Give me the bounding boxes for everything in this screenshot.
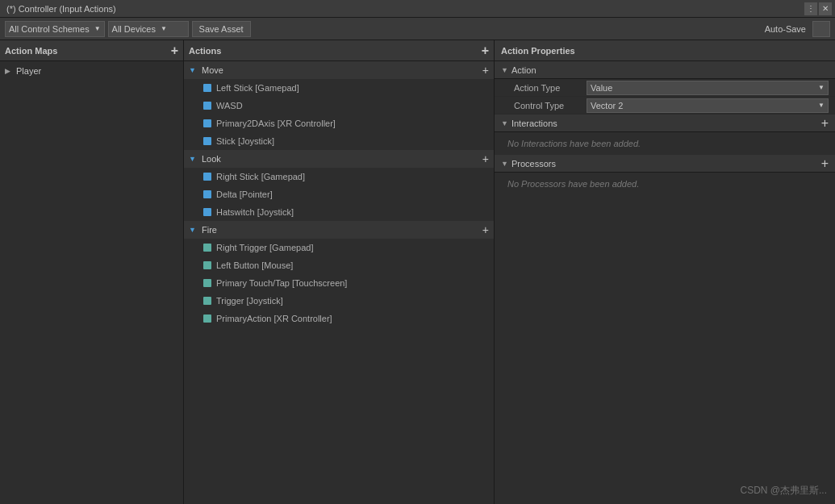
arrow-icon: ▶ xyxy=(5,67,15,75)
processors-section: ▼ Processors + No Processors have been a… xyxy=(495,155,835,195)
action-type-dropdown[interactable]: Value ▼ xyxy=(587,81,829,95)
action-section: ▼ Action Action Type Value ▼ Control Typ… xyxy=(495,61,835,115)
control-schemes-dropdown[interactable]: All Control Schemes ▼ xyxy=(5,21,105,37)
binding-icon xyxy=(203,137,211,145)
actions-panel: Actions + ▼ Move + Left Stick [Gamepad] … xyxy=(184,40,495,504)
action-fire[interactable]: ▼ Fire + xyxy=(184,221,494,239)
interactions-section-header[interactable]: ▼ Interactions + xyxy=(495,115,835,132)
add-processor-button[interactable]: + xyxy=(821,157,829,170)
add-binding-fire-button[interactable]: + xyxy=(482,223,489,236)
binding-primary2daxis[interactable]: Primary2DAxis [XR Controller] xyxy=(184,115,494,132)
add-binding-look-button[interactable]: + xyxy=(482,152,489,165)
binding-icon xyxy=(203,279,211,287)
binding-primary-touch-tap[interactable]: Primary Touch/Tap [Touchscreen] xyxy=(184,274,494,292)
processors-section-header[interactable]: ▼ Processors + xyxy=(495,155,835,173)
chevron-down-icon: ▼ xyxy=(94,25,101,32)
interactions-section: ▼ Interactions + No Interactions have be… xyxy=(495,115,835,155)
section-arrow-icon: ▼ xyxy=(501,119,508,127)
action-look[interactable]: ▼ Look + xyxy=(184,150,494,168)
binding-right-trigger[interactable]: Right Trigger [Gamepad] xyxy=(184,239,494,256)
binding-icon xyxy=(203,244,211,252)
binding-icon xyxy=(203,119,211,127)
add-binding-move-button[interactable]: + xyxy=(482,64,489,77)
binding-icon xyxy=(203,102,211,110)
interactions-empty-text: No Interactions have been added. xyxy=(495,132,835,155)
action-move[interactable]: ▼ Move + xyxy=(184,61,494,79)
triangle-icon: ▼ xyxy=(189,155,200,163)
add-action-map-button[interactable]: + xyxy=(171,44,178,57)
binding-primaryaction-xr[interactable]: PrimaryAction [XR Controller] xyxy=(184,310,494,327)
processors-empty-text: No Processors have been added. xyxy=(495,173,835,195)
binding-icon xyxy=(203,84,211,92)
more-options-button[interactable]: ⋮ xyxy=(804,2,817,15)
binding-left-button-mouse[interactable]: Left Button [Mouse] xyxy=(184,256,494,274)
chevron-down-icon: ▼ xyxy=(818,102,825,109)
section-arrow-icon: ▼ xyxy=(501,160,508,168)
title-bar-text: (*) Controller (Input Actions) xyxy=(6,4,116,14)
triangle-icon: ▼ xyxy=(189,226,200,234)
add-interaction-button[interactable]: + xyxy=(821,117,829,130)
auto-save-label: Auto-Save xyxy=(765,24,806,34)
triangle-icon: ▼ xyxy=(189,66,200,74)
toolbar: All Control Schemes ▼ All Devices ▼ Save… xyxy=(0,18,835,40)
title-bar-controls: ⋮ ✕ xyxy=(804,2,832,15)
binding-delta-pointer[interactable]: Delta [Pointer] xyxy=(184,185,494,203)
binding-stick-joystick[interactable]: Stick [Joystick] xyxy=(184,132,494,150)
binding-icon xyxy=(203,173,211,181)
add-action-button[interactable]: + xyxy=(482,44,489,57)
binding-icon xyxy=(203,297,211,305)
action-section-header[interactable]: ▼ Action xyxy=(495,61,835,79)
title-bar: (*) Controller (Input Actions) ⋮ ✕ xyxy=(0,0,835,18)
binding-icon xyxy=(203,261,211,269)
binding-hatswitch[interactable]: Hatswitch [Joystick] xyxy=(184,203,494,221)
binding-icon xyxy=(203,190,211,198)
binding-left-stick[interactable]: Left Stick [Gamepad] xyxy=(184,79,494,97)
close-button[interactable]: ✕ xyxy=(819,2,832,15)
actions-header: Actions + xyxy=(184,40,494,61)
chevron-down-icon: ▼ xyxy=(161,25,167,32)
main-content: Action Maps + ▶ Player Actions + ▼ Move … xyxy=(0,40,835,504)
save-asset-button[interactable]: Save Asset xyxy=(192,21,251,37)
action-type-row: Action Type Value ▼ xyxy=(495,79,835,97)
action-maps-panel: Action Maps + ▶ Player xyxy=(0,40,184,504)
control-type-row: Control Type Vector 2 ▼ xyxy=(495,97,835,115)
devices-dropdown[interactable]: All Devices ▼ xyxy=(108,21,189,37)
action-maps-header: Action Maps + xyxy=(0,40,183,61)
binding-icon xyxy=(203,208,211,216)
binding-icon xyxy=(203,314,211,323)
binding-trigger-joystick[interactable]: Trigger [Joystick] xyxy=(184,292,494,310)
search-input[interactable] xyxy=(812,21,830,37)
action-map-player[interactable]: ▶ Player xyxy=(0,61,183,81)
section-arrow-icon: ▼ xyxy=(501,66,508,74)
watermark: CSDN @杰弗里斯... xyxy=(740,484,827,498)
control-type-dropdown[interactable]: Vector 2 ▼ xyxy=(587,98,829,113)
binding-right-stick[interactable]: Right Stick [Gamepad] xyxy=(184,168,494,185)
properties-panel: Action Properties ▼ Action Action Type V… xyxy=(495,40,835,504)
binding-wasd[interactable]: WASD xyxy=(184,97,494,115)
properties-header: Action Properties xyxy=(495,40,835,61)
chevron-down-icon: ▼ xyxy=(818,84,825,91)
